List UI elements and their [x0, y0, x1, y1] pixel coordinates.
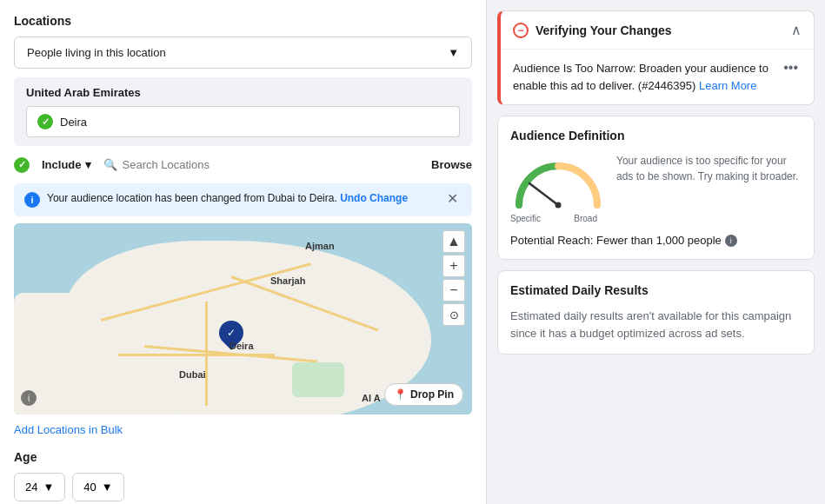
audience-definition-card: Audience Definition Sp [497, 116, 815, 260]
age-to-dropdown[interactable]: 40 ▼ [72, 473, 123, 501]
estimated-results-card: Estimated Daily Results Estimated daily … [497, 270, 815, 355]
drop-pin-button[interactable]: 📍 Drop Pin [384, 383, 463, 406]
audience-card-body: Audience Definition Sp [498, 116, 814, 259]
notification-bar: i Your audience location has been change… [14, 183, 472, 216]
chevron-down-icon: ▾ [85, 158, 91, 171]
verifying-title-row: − Verifying Your Changes [513, 23, 672, 38]
location-region: United Arab Emirates Deira [14, 77, 472, 146]
audience-description: Your audience is too specific for your a… [616, 153, 802, 184]
add-locations-link[interactable]: Add Locations in Bulk [14, 423, 472, 436]
learn-more-link[interactable]: Learn More [699, 79, 756, 92]
chevron-down-icon: ▼ [448, 46, 459, 59]
include-row: Include ▾ 🔍 Browse [14, 155, 472, 175]
age-to-value: 40 [83, 481, 96, 494]
close-notification-button[interactable]: ✕ [443, 192, 462, 206]
map-green-area [292, 362, 344, 397]
potential-reach-info-icon[interactable]: i [725, 235, 737, 247]
estimated-card-body: Estimated Daily Results Estimated daily … [498, 271, 814, 354]
map-zoom-out-button[interactable]: − [442, 279, 465, 302]
notification-text: Your audience location has been changed … [47, 192, 436, 204]
locations-title: Locations [14, 14, 472, 28]
svg-point-1 [556, 202, 562, 209]
region-name: United Arab Emirates [26, 86, 460, 99]
location-type-label: People living in this location [27, 46, 166, 59]
audience-gauge [510, 153, 606, 209]
svg-line-0 [529, 183, 558, 205]
map-background: ✓ Ajman Sharjah Deira Dubai Al A ▲ + − ⊙… [14, 223, 472, 414]
undo-change-link[interactable]: Undo Change [340, 192, 408, 204]
age-from-value: 24 [25, 481, 37, 494]
broad-label: Broad [574, 214, 597, 223]
search-icon: 🔍 [103, 158, 117, 171]
verifying-body: Audience Is Too Narrow: Broaden your aud… [501, 50, 814, 104]
include-button[interactable]: Include ▾ [37, 155, 96, 175]
chevron-down-icon: ▼ [43, 481, 54, 494]
left-panel: Locations People living in this location… [0, 0, 487, 504]
green-pin-icon [37, 114, 53, 129]
map-locate-button[interactable]: ⊙ [442, 303, 465, 326]
map-controls: ▲ + − ⊙ [442, 230, 465, 326]
location-type-dropdown[interactable]: People living in this location ▼ [14, 36, 472, 69]
potential-reach: Potential Reach: Fewer than 1,000 people… [510, 234, 802, 247]
verifying-title: Verifying Your Changes [536, 23, 672, 37]
gauge-labels: Specific Broad [510, 214, 597, 223]
specific-label: Specific [510, 214, 541, 223]
chevron-up-icon[interactable]: ∧ [791, 22, 802, 38]
right-panel: − Verifying Your Changes ∧ Audience Is T… [487, 0, 825, 504]
verifying-card: − Verifying Your Changes ∧ Audience Is T… [497, 10, 815, 105]
age-title: Age [14, 450, 472, 464]
location-tag: Deira [26, 106, 460, 137]
map-road-4 [118, 354, 275, 356]
map-info-icon: i [21, 390, 37, 406]
gauge-wrap: Specific Broad [510, 153, 606, 223]
estimated-title: Estimated Daily Results [510, 283, 802, 297]
minus-icon: − [513, 23, 529, 38]
audience-content: Specific Broad Your audience is too spec… [510, 153, 802, 223]
browse-button[interactable]: Browse [431, 158, 472, 171]
map-pin: ✓ [219, 321, 243, 345]
pin-icon: 📍 [394, 388, 407, 401]
map-container: ✓ Ajman Sharjah Deira Dubai Al A ▲ + − ⊙… [14, 223, 472, 414]
include-pin-icon [14, 157, 30, 173]
search-locations-input[interactable] [123, 158, 269, 171]
location-tag-label: Deira [60, 116, 87, 129]
search-wrap: 🔍 [103, 158, 269, 171]
age-row: 24 ▼ 40 ▼ [14, 473, 472, 501]
map-up-button[interactable]: ▲ [442, 230, 465, 253]
estimated-message: Estimated daily results aren't available… [510, 308, 802, 342]
info-icon: i [24, 192, 40, 208]
chevron-down-icon: ▼ [102, 481, 113, 494]
age-from-dropdown[interactable]: 24 ▼ [14, 473, 65, 501]
map-zoom-in-button[interactable]: + [442, 255, 465, 277]
audience-title: Audience Definition [510, 129, 802, 143]
verifying-header: − Verifying Your Changes ∧ [501, 11, 814, 50]
verifying-message: Audience Is Too Narrow: Broaden your aud… [513, 60, 780, 94]
more-options-icon[interactable]: ••• [780, 60, 802, 76]
